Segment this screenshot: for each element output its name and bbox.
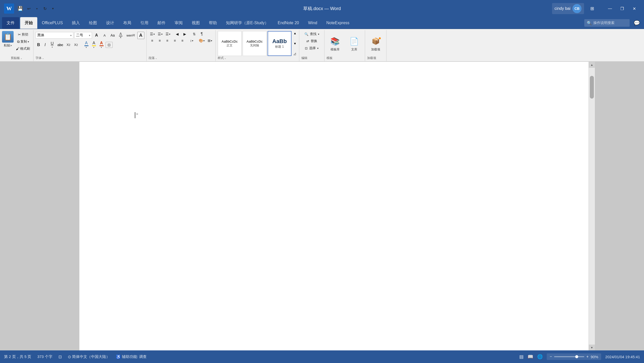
styles-scroll-down[interactable]: ▼: [293, 41, 297, 46]
justify-button[interactable]: ≡: [171, 38, 178, 43]
style-no-spacing[interactable]: AaBbCcDc 无间隔: [243, 31, 267, 56]
replace-button[interactable]: ⇄ 替换: [301, 38, 322, 44]
undo-button[interactable]: ↩: [25, 6, 32, 12]
format-painter-button[interactable]: 🖌 格式刷: [15, 46, 31, 52]
font-shrink-button[interactable]: A: [101, 33, 108, 38]
tab-references[interactable]: 引用: [136, 17, 153, 29]
align-left-button[interactable]: ≡: [149, 38, 156, 43]
align-right-button[interactable]: ≡: [164, 38, 171, 43]
tab-officeplus[interactable]: OfficePLUS: [37, 17, 67, 29]
save-button[interactable]: 💾: [16, 5, 24, 12]
tab-view[interactable]: 视图: [187, 17, 204, 29]
font-expand-icon[interactable]: ⌄: [42, 57, 44, 59]
redo-button[interactable]: ↻: [41, 6, 48, 12]
select-button[interactable]: ⊡ 选择 ▾: [301, 45, 322, 51]
scroll-down-button[interactable]: ▼: [589, 345, 595, 351]
edit-section-label: 编辑: [301, 56, 322, 61]
font-color-button[interactable]: A ▾: [83, 40, 90, 49]
comment-button[interactable]: 💬: [632, 18, 642, 28]
tab-file[interactable]: 文件: [2, 17, 19, 29]
copy-button[interactable]: ⧉ 复制 ▾: [15, 39, 31, 45]
increase-indent-button[interactable]: ▶: [181, 31, 188, 37]
text-convert-button[interactable]: wen转: [125, 33, 136, 38]
underline-button[interactable]: U ▾: [49, 41, 56, 49]
language-info[interactable]: ⊙ 简体中文（中国大陆）: [68, 354, 110, 359]
zoom-out-button[interactable]: −: [550, 354, 552, 359]
close-button[interactable]: ✕: [628, 4, 640, 13]
sort-button[interactable]: ⇅: [191, 31, 198, 37]
paste-button[interactable]: 📋 粘贴 ▾: [2, 31, 14, 48]
font-grow-button[interactable]: A: [93, 32, 100, 38]
column-layout-button[interactable]: ≡: [179, 38, 186, 43]
tab-zhiwang[interactable]: 知网研学（原E-Study）: [221, 17, 273, 29]
tab-noteexpress[interactable]: NoteExpress: [322, 17, 354, 29]
numbered-list-button[interactable]: ☰▾: [156, 31, 164, 37]
word-count[interactable]: 373 个字: [37, 354, 52, 359]
tab-endnote[interactable]: EndNote 20: [273, 17, 304, 29]
tab-review[interactable]: 审阅: [170, 17, 187, 29]
para-expand-icon[interactable]: ⌄: [155, 57, 157, 59]
vertical-scrollbar[interactable]: ▲ ▼: [589, 62, 595, 351]
page-info[interactable]: 第 2 页，共 5 页: [4, 354, 31, 359]
tab-home[interactable]: 开始: [20, 17, 37, 29]
restore-button[interactable]: ❐: [616, 4, 628, 13]
scroll-up-button[interactable]: ▲: [589, 62, 595, 68]
styles-scroll-up[interactable]: ▲: [293, 31, 297, 36]
show-marks-button[interactable]: ¶: [198, 31, 205, 37]
font-size-selector[interactable]: 二号 ▾: [74, 32, 92, 39]
tab-wind[interactable]: Wind: [304, 17, 322, 29]
clear-format-button[interactable]: A ✕: [117, 31, 124, 40]
subscript-button[interactable]: X2: [65, 42, 72, 48]
undo-dropdown[interactable]: ▾: [33, 6, 40, 11]
document-page[interactable]: ≡: [79, 62, 589, 351]
tab-mail[interactable]: 邮件: [153, 17, 170, 29]
tab-insert[interactable]: 插入: [67, 17, 84, 29]
doc-library-button[interactable]: 📄 文库: [346, 34, 363, 53]
zoom-slider[interactable]: [554, 356, 584, 357]
view-normal-button[interactable]: ▤: [519, 354, 524, 359]
scroll-thumb[interactable]: [590, 76, 594, 99]
line-spacing-button[interactable]: ↕▾: [188, 38, 195, 43]
border-button[interactable]: ⊞▾: [206, 38, 213, 43]
accessibility-info[interactable]: ♿ 辅助功能: 调查: [116, 354, 147, 359]
multilevel-list-button[interactable]: ☰▾: [164, 31, 172, 37]
find-button[interactable]: 🔍 查找 ▾: [301, 31, 322, 37]
decrease-indent-button[interactable]: ◀: [174, 31, 181, 37]
tab-help[interactable]: 帮助: [204, 17, 221, 29]
border-char-button[interactable]: ⊡: [106, 42, 113, 48]
style-normal[interactable]: AaBbCcDc 正文: [218, 31, 242, 56]
shading-button[interactable]: 🎨▾: [198, 38, 206, 43]
styles-expand-icon[interactable]: ⌄: [224, 57, 226, 59]
ribbon-search-box[interactable]: 🔍 操作说明搜索: [584, 19, 630, 27]
template-library-button[interactable]: 📚 模板库: [327, 34, 344, 53]
superscript-button[interactable]: X2: [73, 42, 80, 48]
font-case-button[interactable]: Aa: [109, 33, 116, 38]
view-print-button[interactable]: 📖: [528, 354, 533, 359]
style-heading1[interactable]: AaBb 标题 1: [268, 31, 292, 56]
phonetic-button[interactable]: A: [137, 32, 144, 39]
align-center-button[interactable]: ≡: [156, 38, 163, 43]
text-effect-button[interactable]: A ▾: [98, 40, 105, 49]
tab-design[interactable]: 设计: [102, 17, 119, 29]
styles-more[interactable]: ◿: [293, 51, 297, 56]
customize-quick-access[interactable]: ▾: [49, 6, 56, 11]
layout-toggle-button[interactable]: ⊞: [587, 4, 597, 14]
user-badge[interactable]: cindy bai CB: [552, 3, 584, 14]
edit-section: 🔍 查找 ▾ ⇄ 替换 ⊡ 选择 ▾ 编辑: [299, 30, 325, 61]
app-icon[interactable]: W: [4, 4, 14, 14]
bold-button[interactable]: B: [36, 42, 42, 48]
tab-layout[interactable]: 布局: [119, 17, 136, 29]
bullet-list-button[interactable]: ☰▾: [149, 31, 156, 37]
tab-draw[interactable]: 绘图: [84, 17, 102, 29]
minimize-button[interactable]: —: [604, 4, 616, 13]
layout-view-icon[interactable]: ⊡: [58, 354, 62, 359]
cut-button[interactable]: ✂ 剪切: [15, 32, 31, 38]
italic-button[interactable]: I: [42, 42, 48, 48]
highlight-button[interactable]: A ▾: [90, 40, 98, 49]
view-web-button[interactable]: 🌐: [537, 354, 543, 359]
add-load-button[interactable]: 📦 ● 加载项: [367, 34, 384, 53]
clipboard-expand-icon[interactable]: ⌄: [20, 57, 22, 59]
strikethrough-button[interactable]: abc: [56, 42, 65, 48]
zoom-in-button[interactable]: +: [586, 354, 589, 359]
font-name-selector[interactable]: 黑体 ▾: [36, 32, 73, 39]
